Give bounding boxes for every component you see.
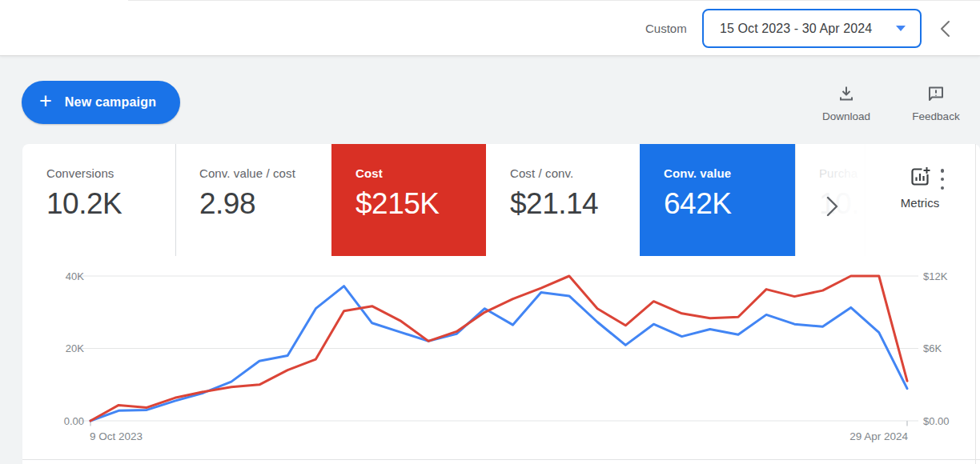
scorecard-label: Conversions: [46, 166, 175, 180]
scorecard-label: Conv. value: [664, 166, 795, 180]
header-bar: Custom 15 Oct 2023 - 30 Apr 2024: [0, 0, 980, 56]
scorecard-label: Cost: [355, 166, 486, 180]
date-range-picker[interactable]: 15 Oct 2023 - 30 Apr 2024: [702, 9, 922, 48]
chevron-right-icon: [823, 194, 841, 218]
dot: [941, 186, 945, 190]
next-cards-chevron-button[interactable]: [818, 190, 845, 222]
scorecard-conv-value-per-cost[interactable]: Conv. value / cost 2.98: [175, 144, 331, 256]
date-range-type-label: Custom: [645, 22, 687, 35]
scorecard-label: Cost / conv.: [510, 166, 640, 180]
dot: [941, 169, 945, 173]
scorecard-value: 2.98: [199, 187, 331, 221]
new-campaign-button[interactable]: + New campaign: [22, 81, 180, 124]
feedback-icon: [926, 84, 946, 106]
google-ads-overview-screen: Custom 15 Oct 2023 - 30 Apr 2024 + New c…: [0, 0, 980, 464]
svg-text:40K: 40K: [66, 270, 84, 282]
collapse-left-icon[interactable]: [935, 18, 956, 40]
svg-text:$12K: $12K: [923, 270, 948, 282]
scorecard-value: $215K: [355, 187, 486, 221]
top-hairline: [128, 0, 980, 1]
panel-right-hairline: [975, 144, 976, 464]
scorecard-cost-per-conv[interactable]: Cost / conv. $21.14: [486, 144, 640, 256]
plus-icon: +: [39, 90, 52, 112]
metrics-button[interactable]: Metrics: [871, 166, 969, 210]
date-range-value: 15 Oct 2023 - 30 Apr 2024: [720, 22, 872, 36]
scorecard-value: 10.2K: [46, 187, 175, 221]
scorecard-conversions[interactable]: Conversions 10.2K: [22, 144, 175, 256]
svg-text:$6K: $6K: [923, 342, 942, 354]
caret-down-icon: [896, 26, 906, 31]
feedback-label: Feedback: [912, 110, 959, 122]
download-icon: [837, 84, 856, 106]
performance-chart: 40K$12K20K$6K0.00$0.009 Oct 202329 Apr 2…: [22, 256, 980, 452]
svg-text:20K: 20K: [66, 342, 84, 354]
scorecard-value: 642K: [664, 187, 795, 221]
overview-panel: Conversions 10.2K Conv. value / cost 2.9…: [22, 144, 980, 464]
scorecard-label: Conv. value / cost: [199, 166, 331, 180]
feedback-button[interactable]: Feedback: [906, 84, 966, 122]
svg-text:0.00: 0.00: [64, 415, 84, 427]
panel-bottom-divider: [22, 459, 980, 460]
card-divider: [865, 144, 866, 256]
scorecard-conv-value[interactable]: Conv. value 642K: [640, 144, 795, 256]
svg-text:$0.00: $0.00: [923, 415, 950, 427]
metrics-label: Metrics: [901, 196, 939, 210]
dot: [941, 178, 945, 182]
chart-svg: 40K$12K20K$6K0.00$0.009 Oct 202329 Apr 2…: [22, 256, 980, 452]
svg-text:29 Apr 2024: 29 Apr 2024: [849, 430, 908, 442]
scorecard-cost[interactable]: Cost $215K: [331, 144, 486, 256]
svg-text:9 Oct 2023: 9 Oct 2023: [90, 430, 143, 442]
download-label: Download: [822, 110, 870, 122]
new-campaign-label: New campaign: [65, 95, 156, 110]
add-metrics-chart-icon: [910, 166, 931, 191]
scorecards-row: Conversions 10.2K Conv. value / cost 2.9…: [22, 144, 980, 256]
overflow-menu-button[interactable]: [935, 168, 950, 190]
download-button[interactable]: Download: [817, 84, 876, 122]
scorecard-value: $21.14: [510, 187, 640, 221]
